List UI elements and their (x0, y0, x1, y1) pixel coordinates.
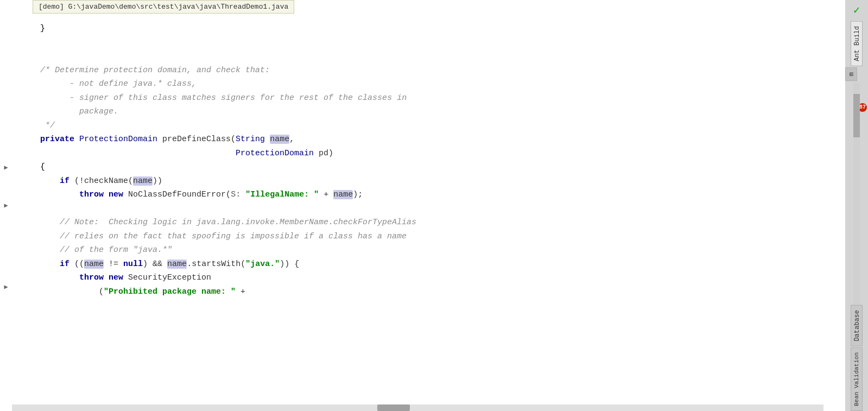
code-line-comment-1: /* Determine protection domain, and chec… (21, 64, 818, 78)
code-line-comment-4: package. (21, 105, 818, 119)
code-line-comment-8: // of the form "java.*" (21, 243, 818, 257)
code-line-method-sig-2: ProtectionDomain pd) (21, 147, 818, 161)
ant-build-tab[interactable]: Ant Build (851, 21, 863, 66)
code-line: } (21, 22, 818, 36)
file-tooltip: [demo] G:\javaDemo\demo\src\test\java\ja… (33, 0, 294, 14)
code-line-comment-6: // Note: Checking logic in java.lang.inv… (21, 216, 818, 230)
code-line-empty (21, 202, 818, 216)
editor-area: [demo] G:\javaDemo\demo\src\test\java\ja… (0, 0, 845, 411)
check-icon: ✓ (851, 1, 862, 19)
bean-validation-label: Bean Validation (853, 352, 860, 406)
ant-build-label: Ant Build (853, 26, 861, 61)
gutter-arrow-2: ▶ (1, 201, 11, 210)
code-line-if-1: if (!checkName(name)) (21, 174, 818, 188)
bean-validation-tab[interactable]: Bean Validation (851, 347, 863, 411)
code-line-throw-3: ("Prohibited package name: " + (21, 285, 818, 299)
maven-label: m (848, 72, 856, 76)
database-tab[interactable]: Database (851, 305, 863, 346)
code-line (21, 36, 818, 50)
code-line-brace: { (21, 160, 818, 174)
code-line-method-sig: private ProtectionDomain preDefineClass(… (21, 132, 818, 147)
maven-tab[interactable]: m (845, 67, 857, 81)
code-line-comment-2: - not define java.* class, (21, 77, 818, 91)
gutter-arrow-3: ▶ (1, 282, 11, 291)
vertical-scrollbar[interactable] (853, 83, 860, 304)
horizontal-scrollbar[interactable] (12, 404, 823, 411)
right-panel-top: ✓ (845, 0, 868, 19)
right-panel: ✓ Ant Build m 87 Database Bean Validatio… (845, 0, 868, 411)
code-line-comment-3: - signer of this class matches signers f… (21, 91, 818, 105)
code-line-throw-2: throw new SecurityException (21, 271, 818, 285)
code-line-comment-5: */ (21, 119, 818, 133)
tooltip-text: [demo] G:\javaDemo\demo\src\test\java\ja… (39, 3, 288, 11)
line-gutter: ▶ ▶ ▶ (0, 16, 12, 404)
scrollbar-thumb[interactable] (377, 404, 410, 411)
vertical-scrollbar-thumb[interactable] (853, 94, 860, 137)
code-line-throw-1: throw new NoClassDefFoundError(S: "Illeg… (21, 188, 818, 202)
gutter-arrow-1: ▶ (1, 163, 11, 172)
code-line-if-2: if ((name != null) && name.startsWith("j… (21, 257, 818, 271)
code-line-comment-7: // relies on the fact that spoofing is i… (21, 230, 818, 244)
maven-tab-container: m 87 (845, 66, 868, 81)
database-label: Database (853, 310, 861, 342)
code-content: } /* Determine protection domain, and ch… (12, 16, 823, 400)
code-line (21, 49, 818, 64)
